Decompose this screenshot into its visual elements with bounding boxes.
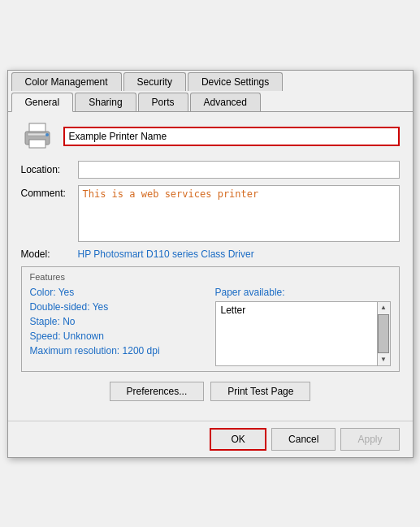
paper-item-letter: Letter: [219, 304, 387, 317]
comment-textarea[interactable]: This is a web services printer: [78, 185, 400, 242]
location-input[interactable]: [78, 161, 400, 179]
feature-double-sided: Double-sided: Yes: [30, 301, 206, 313]
tab-advanced[interactable]: Advanced: [190, 93, 261, 111]
comment-label: Comment:: [21, 185, 78, 199]
paper-label: Paper available:: [215, 287, 391, 298]
top-tab-row: Color Management Security Device Setting…: [8, 71, 413, 91]
preferences-button[interactable]: Preferences...: [110, 382, 205, 401]
features-left: Color: Yes Double-sided: Yes Staple: No …: [30, 287, 206, 366]
scroll-down-arrow[interactable]: ▼: [378, 354, 389, 365]
feature-speed: Speed: Unknown: [30, 330, 206, 342]
tab-ports[interactable]: Ports: [138, 93, 188, 111]
svg-rect-3: [28, 133, 47, 136]
feature-staple: Staple: No: [30, 316, 206, 327]
features-group: Features Color: Yes Double-sided: Yes St…: [21, 266, 400, 372]
action-buttons-row: Preferences... Print Test Page: [21, 382, 400, 401]
location-label: Location:: [21, 164, 78, 175]
tab-device-settings[interactable]: Device Settings: [188, 72, 283, 91]
tab-security[interactable]: Security: [123, 72, 186, 91]
features-title: Features: [30, 272, 391, 282]
cancel-button[interactable]: Cancel: [271, 428, 336, 451]
bottom-tab-row: General Sharing Ports Advanced: [8, 91, 413, 112]
paper-list: Letter: [216, 302, 390, 318]
scrollbar[interactable]: ▲ ▼: [377, 302, 390, 365]
model-value: HP Photosmart D110 series Class Driver: [78, 248, 254, 260]
printer-name-input[interactable]: [63, 127, 400, 146]
tab-general[interactable]: General: [11, 93, 74, 112]
tab-color-management[interactable]: Color Management: [11, 72, 122, 91]
model-label: Model:: [21, 248, 78, 260]
feature-color: Color: Yes: [30, 287, 206, 298]
svg-rect-2: [29, 140, 45, 148]
features-right: Paper available: Letter ▲ ▼: [215, 287, 391, 366]
tab-sharing[interactable]: Sharing: [75, 93, 136, 111]
printer-properties-dialog: Color Management Security Device Setting…: [7, 70, 414, 458]
svg-point-4: [45, 133, 49, 136]
footer-row: OK Cancel Apply: [8, 421, 413, 457]
apply-button[interactable]: Apply: [340, 428, 399, 451]
printer-header: [21, 122, 400, 151]
comment-row: Comment: This is a web services printer: [21, 185, 400, 242]
feature-resolution: Maximum resolution: 1200 dpi: [30, 345, 206, 356]
paper-list-container: Letter ▲ ▼: [215, 301, 391, 366]
ok-button[interactable]: OK: [210, 428, 266, 451]
features-content: Color: Yes Double-sided: Yes Staple: No …: [30, 287, 391, 366]
scroll-thumb[interactable]: [378, 314, 389, 353]
location-row: Location:: [21, 161, 400, 179]
model-row: Model: HP Photosmart D110 series Class D…: [21, 248, 400, 260]
printer-icon: [21, 122, 54, 151]
print-test-page-button[interactable]: Print Test Page: [210, 382, 310, 401]
general-tab-content: Location: Comment: This is a web service…: [8, 112, 413, 421]
scroll-up-arrow[interactable]: ▲: [378, 302, 389, 313]
